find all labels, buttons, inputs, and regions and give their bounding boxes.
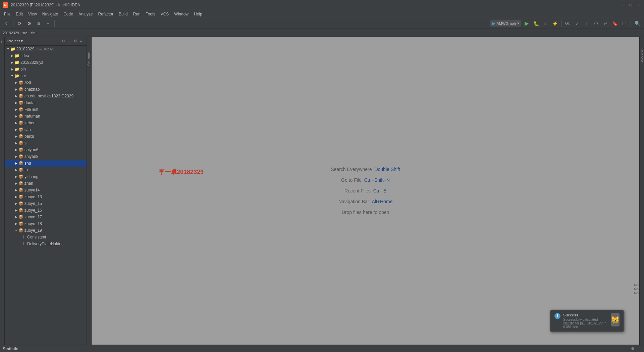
tree-chazhao[interactable]: ▶ 📦 chazhao bbox=[5, 86, 87, 93]
zuoye18-label: zuoye_18 bbox=[24, 221, 42, 226]
project-panel-header: Project ▾ ⊙ ↕ ⚙ − bbox=[5, 37, 87, 46]
title-bar: IJ 20182329 [F:\20182329] - IntelliJ IDE… bbox=[0, 0, 644, 10]
tree-lian[interactable]: ▶ 📦 lian bbox=[5, 126, 87, 133]
hide-panel-button[interactable]: − bbox=[78, 39, 84, 44]
tree-hafuman[interactable]: ▶ 📦 hafuman bbox=[5, 113, 87, 120]
menu-file[interactable]: File bbox=[1, 11, 13, 17]
menu-vcs[interactable]: VCS bbox=[158, 11, 172, 17]
shu-pkg-icon: 📦 bbox=[18, 161, 23, 166]
tree-zuoye18[interactable]: ▶ 📦 zuoye_18 bbox=[5, 220, 87, 227]
menu-analyze[interactable]: Analyze bbox=[76, 11, 96, 17]
tree-filetest[interactable]: ▶ 📦 FileTest bbox=[5, 106, 87, 113]
run-configuration-selector[interactable]: ▶ AMWGraph ▾ bbox=[490, 20, 521, 27]
tree-zuoye16[interactable]: ▶ 📦 zuoye_16 bbox=[5, 207, 87, 214]
stat-hide-button[interactable]: − bbox=[636, 346, 641, 352]
tree-zuoye15[interactable]: ▶ 📦 zuoye_15 bbox=[5, 200, 87, 207]
settings-button[interactable]: ⚙ bbox=[25, 19, 33, 28]
profile-button[interactable]: ⚡ bbox=[551, 19, 559, 28]
sync-button[interactable]: ⟳ bbox=[16, 19, 24, 28]
tree-idea[interactable]: ▶ 📁 .idea bbox=[5, 52, 87, 59]
tree-zuoye19[interactable]: ▼ 📦 zuoye_19 bbox=[5, 227, 87, 234]
tree-zuoye14[interactable]: ▶ 📦 zuoye14 bbox=[5, 187, 87, 193]
collapse-button[interactable]: − bbox=[44, 19, 52, 28]
menu-window[interactable]: Window bbox=[171, 11, 191, 17]
tree-shiyan8[interactable]: ▶ 📦 shiyan8 bbox=[5, 153, 87, 160]
shiyan8-pkg-icon: 📦 bbox=[18, 154, 23, 159]
breadcrumb-package[interactable]: shu bbox=[31, 31, 37, 35]
tree-deliveryplateholder[interactable]: I DeliveryPlateHolder bbox=[5, 240, 87, 247]
tree-zhan[interactable]: ▶ 📦 zhan bbox=[5, 180, 87, 187]
back-button[interactable] bbox=[3, 19, 11, 28]
tree-zuoye13[interactable]: ▶ 📦 zuoye_13 bbox=[5, 193, 87, 200]
coverage-button[interactable]: ⌂ bbox=[541, 19, 549, 28]
left-sidebar-icons: P bbox=[0, 37, 5, 345]
src-label: src bbox=[20, 74, 26, 78]
tree-src[interactable]: ▼ 📂 src bbox=[5, 73, 87, 79]
app-icon: IJ bbox=[3, 2, 8, 8]
locate-file-button[interactable]: ⊙ bbox=[60, 39, 66, 44]
menu-code[interactable]: Code bbox=[61, 11, 76, 17]
project-icon[interactable]: P bbox=[0, 38, 4, 45]
filetest-label: FileTest bbox=[24, 107, 38, 112]
tree-zuoye17[interactable]: ▶ 📦 zuoye_17 bbox=[5, 214, 87, 220]
structure-label[interactable]: Structure bbox=[87, 52, 91, 66]
editor-area[interactable]: Search Everywhere Double Shift Go to Fil… bbox=[92, 37, 639, 345]
git-push-button[interactable]: ↑ bbox=[583, 19, 591, 28]
tree-shu[interactable]: ▶ 📦 shu bbox=[5, 160, 87, 167]
git-update-button[interactable]: Git: bbox=[564, 19, 572, 28]
statistic-panel: Statistic ⚙ − ↻ Refresh ↻ Refresh on sel… bbox=[0, 345, 644, 352]
run-button[interactable]: ▶ bbox=[523, 19, 531, 28]
menu-edit[interactable]: Edit bbox=[13, 11, 25, 17]
breadcrumb-src-name: src bbox=[22, 31, 28, 35]
bookmark-button[interactable]: 🔖 bbox=[611, 19, 619, 28]
menu-refactor[interactable]: Refactor bbox=[96, 11, 116, 17]
zuoye13-pkg-icon: 📦 bbox=[18, 194, 23, 200]
stat-settings-button[interactable]: ⚙ bbox=[630, 346, 635, 352]
search-everywhere-button[interactable]: 🔍 bbox=[633, 19, 641, 28]
lian-pkg-icon: 📦 bbox=[18, 127, 23, 132]
src-folder-icon: 📂 bbox=[14, 73, 19, 79]
bin-folder-icon: 📁 bbox=[14, 67, 19, 72]
tree-paixu[interactable]: ▶ 📦 paixu bbox=[5, 133, 87, 140]
tree-bin[interactable]: ▶ 📁 bin bbox=[5, 66, 87, 73]
tree-tu[interactable]: ▶ 📦 tu bbox=[5, 167, 87, 173]
todo-button[interactable]: ☐ bbox=[620, 19, 628, 28]
paixu-pkg-icon: 📦 bbox=[18, 134, 23, 139]
notification-icon: i bbox=[554, 313, 560, 319]
maximize-button[interactable]: □ bbox=[628, 2, 633, 8]
tree-keben[interactable]: ▶ 📦 keben bbox=[5, 120, 87, 126]
tree-consistent[interactable]: I Consistent bbox=[5, 234, 87, 240]
tree-s[interactable]: ▶ 📦 s bbox=[5, 140, 87, 146]
tree-20182329lyz[interactable]: ▶ 📁 20182329lyz bbox=[5, 59, 87, 66]
menu-help[interactable]: Help bbox=[191, 11, 205, 17]
menu-run[interactable]: Run bbox=[130, 11, 143, 17]
breadcrumb-project-name: 20182329 bbox=[3, 31, 19, 35]
menu-build[interactable]: Build bbox=[116, 11, 130, 17]
database-label[interactable]: Database bbox=[640, 48, 644, 63]
breadcrumb-project[interactable]: 20182329 bbox=[3, 31, 19, 35]
chazhao-pkg-icon: 📦 bbox=[18, 87, 23, 92]
minimize-button[interactable]: − bbox=[620, 2, 625, 8]
tree-shiyan6[interactable]: ▶ 📦 shiyan6 bbox=[5, 146, 87, 153]
revert-button[interactable]: ↩ bbox=[601, 19, 609, 28]
hint-recent-text: Recent Files bbox=[344, 188, 371, 193]
menu-view[interactable]: View bbox=[25, 11, 40, 17]
close-button[interactable]: × bbox=[636, 2, 641, 8]
structure-panel: Structure bbox=[87, 37, 92, 345]
menu-navigate[interactable]: Navigate bbox=[40, 11, 61, 17]
history-button[interactable]: ⏱ bbox=[592, 19, 600, 28]
tree-root[interactable]: ▼ 📁 20182329 F:\20182329 bbox=[5, 46, 87, 52]
tree-asl[interactable]: ▶ 📦 ASL bbox=[5, 79, 87, 86]
menu-tools[interactable]: Tools bbox=[143, 11, 158, 17]
breadcrumb-src[interactable]: src bbox=[22, 31, 28, 35]
hint-goto: Go to File Ctrl+Shift+N bbox=[341, 177, 390, 183]
tree-yichang[interactable]: ▶ 📦 yichang bbox=[5, 173, 87, 180]
git-commit-button[interactable]: ✓ bbox=[573, 19, 581, 28]
layout-button[interactable]: ≡ bbox=[35, 19, 43, 28]
consistent-label: Consistent bbox=[27, 235, 46, 239]
tree-cn-edu[interactable]: ▶ 📦 cn.edu.besti.cs1823.G2329 bbox=[5, 93, 87, 99]
debug-button[interactable]: 🐛 bbox=[532, 19, 540, 28]
project-settings-button[interactable]: ⚙ bbox=[72, 39, 78, 44]
collapse-all-button[interactable]: ↕ bbox=[66, 39, 72, 44]
tree-duotai[interactable]: ▶ 📦 duotai bbox=[5, 99, 87, 106]
